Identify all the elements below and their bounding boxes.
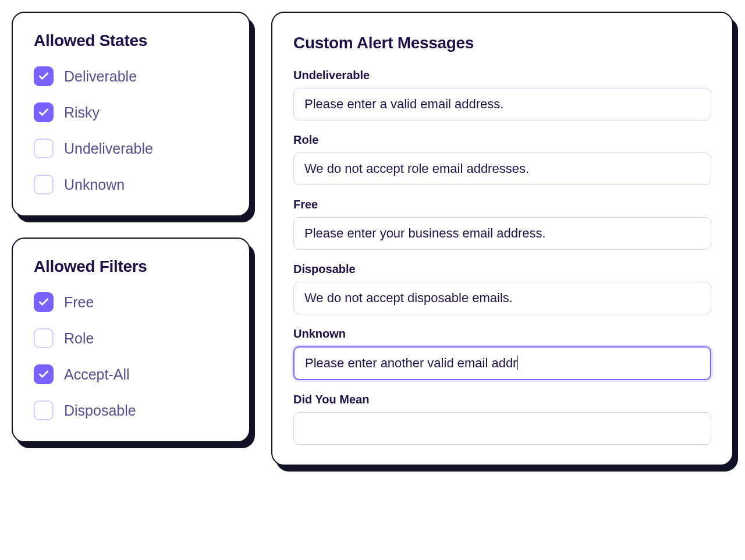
- checkbox-icon[interactable]: [34, 292, 54, 312]
- filter-free[interactable]: Free: [34, 292, 228, 312]
- checkbox-icon[interactable]: [34, 328, 54, 348]
- checkbox-label: Undeliverable: [64, 140, 153, 157]
- checkbox-label: Unknown: [64, 176, 125, 193]
- field-label: Role: [293, 133, 711, 147]
- checkbox-label: Risky: [64, 104, 100, 121]
- disposable-input[interactable]: [293, 282, 711, 314]
- state-undeliverable[interactable]: Undeliverable: [34, 139, 228, 158]
- checkbox-label: Disposable: [64, 402, 136, 419]
- alert-field-undeliverable: Undeliverable: [293, 69, 711, 120]
- allowed-filters-list: Free Role Accept-All Disposable: [34, 292, 228, 420]
- custom-alerts-title: Custom Alert Messages: [293, 34, 711, 52]
- field-label: Undeliverable: [293, 69, 711, 82]
- alert-field-disposable: Disposable: [293, 263, 711, 314]
- checkbox-icon[interactable]: [34, 66, 54, 86]
- custom-alerts-card: Custom Alert Messages Undeliverable Role…: [271, 12, 733, 466]
- free-input[interactable]: [293, 217, 711, 250]
- left-column: Allowed States Deliverable Risky Undeliv…: [12, 12, 250, 442]
- settings-layout: Allowed States Deliverable Risky Undeliv…: [12, 12, 733, 466]
- did-you-mean-input[interactable]: [293, 412, 711, 445]
- field-label: Did You Mean: [293, 393, 711, 406]
- unknown-input[interactable]: Please enter another valid email addr: [293, 346, 711, 380]
- checkbox-label: Role: [64, 330, 94, 347]
- alert-field-role: Role: [293, 133, 711, 185]
- alert-field-free: Free: [293, 198, 711, 250]
- filter-disposable[interactable]: Disposable: [34, 400, 228, 420]
- field-label: Unknown: [293, 327, 711, 341]
- filter-role[interactable]: Role: [34, 328, 228, 348]
- checkbox-icon[interactable]: [34, 175, 54, 194]
- checkbox-icon[interactable]: [34, 139, 54, 158]
- checkbox-icon[interactable]: [34, 400, 54, 420]
- state-risky[interactable]: Risky: [34, 102, 228, 122]
- allowed-states-list: Deliverable Risky Undeliverable Unknown: [34, 66, 228, 194]
- allowed-states-title: Allowed States: [34, 31, 228, 50]
- role-input[interactable]: [293, 153, 711, 185]
- alert-field-unknown: Unknown Please enter another valid email…: [293, 327, 711, 380]
- checkbox-label: Accept-All: [64, 366, 130, 383]
- state-unknown[interactable]: Unknown: [34, 175, 228, 194]
- alert-field-did-you-mean: Did You Mean: [293, 393, 711, 445]
- checkbox-label: Free: [64, 294, 94, 311]
- allowed-filters-title: Allowed Filters: [34, 257, 228, 276]
- allowed-states-card: Allowed States Deliverable Risky Undeliv…: [12, 12, 250, 217]
- checkbox-label: Deliverable: [64, 68, 137, 85]
- undeliverable-input[interactable]: [293, 88, 711, 120]
- allowed-filters-card: Allowed Filters Free Role Accept-All Dis…: [12, 238, 250, 442]
- field-label: Free: [293, 198, 711, 211]
- checkbox-icon[interactable]: [34, 364, 54, 384]
- field-label: Disposable: [293, 263, 711, 276]
- state-deliverable[interactable]: Deliverable: [34, 66, 228, 86]
- checkbox-icon[interactable]: [34, 102, 54, 122]
- filter-accept-all[interactable]: Accept-All: [34, 364, 228, 384]
- text-caret-icon: [517, 356, 518, 370]
